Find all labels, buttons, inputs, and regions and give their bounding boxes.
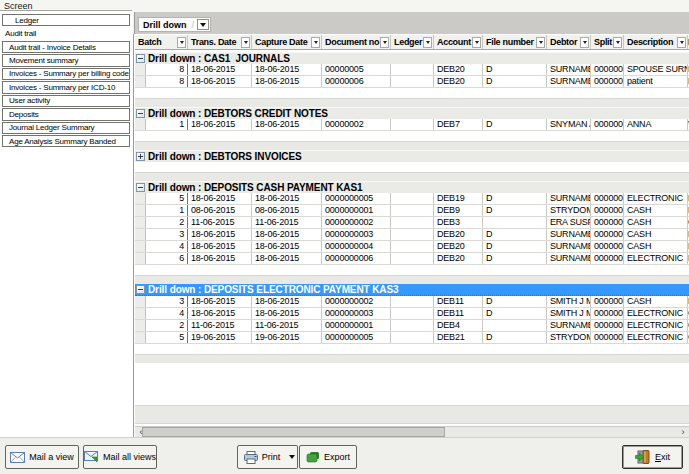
exit-label: Exit bbox=[655, 452, 670, 462]
column-header[interactable]: Account bbox=[434, 35, 483, 49]
group-footer-band bbox=[135, 88, 689, 98]
column-header[interactable]: Split bbox=[591, 35, 624, 49]
cell: 18-06-2015 bbox=[252, 296, 322, 307]
filter-arrow-icon bbox=[180, 41, 184, 44]
cell: 18-06-2015 bbox=[252, 76, 322, 87]
scrollbar-thumb[interactable] bbox=[142, 427, 445, 437]
group-row[interactable]: Drill down : DEBTORS INVOICES bbox=[135, 150, 689, 162]
minus-glyph bbox=[138, 289, 143, 290]
group-row[interactable]: Drill down : DEBTORS CREDIT NOTES bbox=[135, 107, 689, 119]
group-row[interactable]: Drill down : CAS1 JOURNALS bbox=[135, 52, 689, 64]
column-header-label: Batch bbox=[135, 37, 177, 47]
data-row[interactable]: 211-06-201511-06-20150000000002DEB3ERA S… bbox=[135, 217, 689, 229]
collapse-icon[interactable] bbox=[136, 109, 145, 118]
column-filter-button[interactable] bbox=[580, 37, 589, 48]
sidebar-item[interactable]: Ledger bbox=[2, 14, 130, 26]
sidebar-item[interactable]: Age Analysis Summary Banded bbox=[2, 135, 130, 147]
data-row[interactable]: 618-06-201518-06-20150000000006DEB20DSUR… bbox=[135, 253, 689, 265]
cell: 18-06-2015 bbox=[188, 76, 252, 87]
data-row[interactable]: 211-06-201511-06-20150000000001DEB4SURNA… bbox=[135, 320, 689, 332]
cell: D bbox=[483, 229, 547, 240]
grid-footer-band bbox=[135, 405, 689, 424]
group-row[interactable]: Drill down : DEPOSITS ELECTRONIC PAYMENT… bbox=[135, 284, 689, 296]
column-header[interactable]: Trans. Date bbox=[188, 35, 252, 49]
cell: 18-06-2015 bbox=[188, 308, 252, 319]
collapse-icon[interactable] bbox=[136, 183, 145, 192]
column-header[interactable]: Batch bbox=[135, 35, 188, 49]
cell: DEB3 bbox=[434, 217, 483, 228]
mail-a-view-button[interactable]: Mail a view bbox=[5, 445, 79, 469]
cell: 18-06-2015 bbox=[252, 64, 322, 75]
cell: 00000000 bbox=[591, 308, 624, 319]
export-button[interactable]: Export bbox=[299, 445, 357, 469]
sidebar-item[interactable]: Invoices - Summary per ICD-10 bbox=[2, 81, 130, 93]
view-toolbar: Drill down / bbox=[134, 12, 689, 34]
column-filter-button[interactable] bbox=[536, 37, 545, 48]
column-filter-button[interactable] bbox=[241, 37, 250, 48]
column-filter-button[interactable] bbox=[311, 37, 320, 48]
print-options-dropdown-button[interactable] bbox=[286, 445, 298, 469]
drill-down-dropdown-button[interactable] bbox=[197, 19, 209, 30]
cell: 0000000006 bbox=[322, 253, 391, 264]
data-row[interactable]: 108-06-201508-06-20150000000001DEB9DSTRY… bbox=[135, 205, 689, 217]
sidebar-item[interactable]: Movement summary bbox=[2, 54, 130, 66]
collapse-icon[interactable] bbox=[136, 285, 145, 294]
column-header[interactable]: File number bbox=[483, 35, 547, 49]
cell: 08-06-2015 bbox=[252, 205, 322, 216]
mail-all-views-button[interactable]: Mail all views bbox=[83, 445, 157, 469]
group-row[interactable]: Drill down : DEPOSITS CASH PAYMENT KAS1 bbox=[135, 181, 689, 193]
sidebar-item[interactable]: Journal Ledger Summary bbox=[2, 122, 130, 134]
group-separator-band bbox=[135, 172, 689, 181]
sidebar-item[interactable]: User activity bbox=[2, 95, 130, 107]
print-button[interactable]: Print bbox=[237, 445, 287, 469]
data-row[interactable]: 818-06-201518-06-201500000006DEB20DSURNA… bbox=[135, 76, 689, 88]
row-indent-gutter bbox=[135, 193, 146, 204]
sidebar-item[interactable]: Audit trail - Invoice Details bbox=[2, 41, 130, 53]
sidebar-item[interactable]: Deposits bbox=[2, 108, 130, 120]
chevron-down-icon bbox=[200, 23, 206, 27]
column-header[interactable]: Debtor bbox=[547, 35, 591, 49]
data-row[interactable]: 519-06-201519-06-20150000000005DEB21DSTR… bbox=[135, 332, 689, 344]
cell: DEB4 bbox=[434, 320, 483, 331]
cell: 4 bbox=[146, 241, 188, 252]
column-header[interactable]: Document no bbox=[322, 35, 391, 49]
column-header[interactable]: Ledger bbox=[391, 35, 434, 49]
cell: patient bbox=[624, 76, 688, 87]
data-row[interactable]: 818-06-201518-06-201500000005DEB20DSURNA… bbox=[135, 64, 689, 76]
row-indent-gutter bbox=[135, 217, 146, 228]
column-filter-button[interactable] bbox=[613, 37, 622, 48]
data-row[interactable]: 418-06-201518-06-20150000000004DEB20DSUR… bbox=[135, 241, 689, 253]
cell: 18-06-2015 bbox=[188, 296, 252, 307]
sidebar-item[interactable]: Invoices - Summary per billing code bbox=[2, 68, 130, 80]
expand-icon[interactable] bbox=[136, 152, 145, 161]
exit-button[interactable]: Exit bbox=[622, 445, 683, 469]
data-row[interactable]: 318-06-201518-06-20150000000003DEB20DSUR… bbox=[135, 229, 689, 241]
cell: DEB9 bbox=[434, 205, 483, 216]
printer-icon bbox=[244, 451, 258, 464]
cell: 00000000 bbox=[591, 205, 624, 216]
data-row[interactable]: 318-06-201518-06-20150000000002DEB11DSMI… bbox=[135, 296, 689, 308]
drill-down-selector[interactable]: Drill down / bbox=[138, 17, 211, 32]
data-row[interactable]: 518-06-201518-06-20150000000005DEB19DSUR… bbox=[135, 193, 689, 205]
cell bbox=[483, 320, 547, 331]
cell: 0000000002 bbox=[322, 296, 391, 307]
column-header[interactable]: Description bbox=[624, 35, 688, 49]
column-filter-button[interactable] bbox=[380, 37, 389, 48]
data-row[interactable]: 418-06-201518-06-20150000000003DEB11DSMI… bbox=[135, 308, 689, 320]
column-filter-button[interactable] bbox=[423, 37, 432, 48]
collapse-icon[interactable] bbox=[136, 54, 145, 63]
cell bbox=[483, 217, 547, 228]
column-header[interactable]: Capture Date bbox=[252, 35, 322, 49]
data-row[interactable]: 118-06-201518-06-201500000002DEB7DSNYMAN… bbox=[135, 119, 689, 131]
column-filter-button[interactable] bbox=[177, 37, 186, 48]
column-filter-button[interactable] bbox=[472, 37, 481, 48]
sidebar-item[interactable]: Audit trail bbox=[0, 27, 133, 39]
column-filter-button[interactable] bbox=[677, 37, 686, 48]
cell: 00000000 bbox=[591, 253, 624, 264]
cell: 0000000003 bbox=[322, 308, 391, 319]
cell: 11-06-2015 bbox=[252, 320, 322, 331]
scroll-right-icon[interactable]: › bbox=[677, 427, 689, 437]
cell: 00000000 bbox=[591, 193, 624, 204]
cell: SPOUSE SURNAME bbox=[624, 64, 688, 75]
cell: D bbox=[483, 241, 547, 252]
